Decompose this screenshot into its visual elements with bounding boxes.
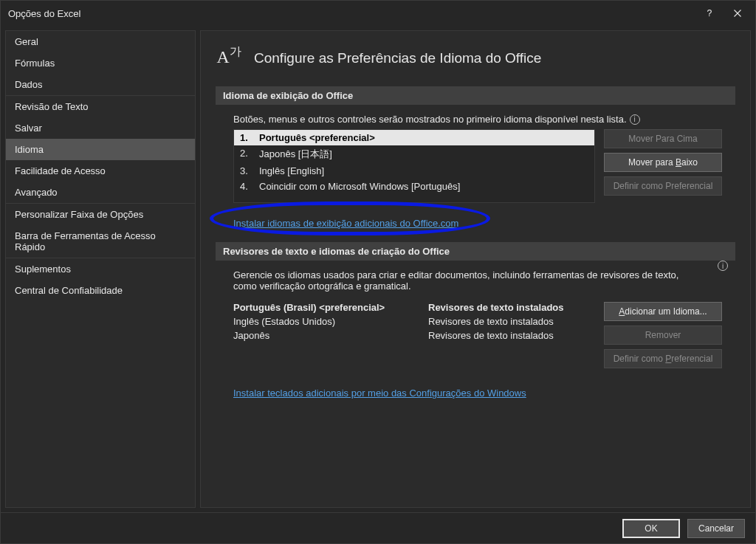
move-up-button[interactable]: Mover Para Cima — [604, 129, 722, 148]
ok-button[interactable]: OK — [622, 519, 680, 538]
info-icon[interactable]: i — [718, 261, 728, 271]
proof-row[interactable]: Inglês (Estados Unidos) Revisores de tex… — [233, 314, 595, 328]
section-display-desc: Botões, menus e outros controles serão m… — [233, 114, 627, 125]
options-dialog: Opções do Excel ? Geral Fórmulas Dados R… — [0, 0, 756, 544]
sidebar-item-avancado[interactable]: Avançado — [6, 182, 195, 203]
section-display-title: Idioma de exibição do Office — [216, 86, 735, 105]
sidebar-item-idioma[interactable]: Idioma — [6, 139, 195, 160]
svg-text:A: A — [217, 47, 230, 66]
proof-row[interactable]: Japonês Revisores de texto instalados — [233, 328, 595, 342]
section-proof-title: Revisores de texto e idiomas de criação … — [216, 242, 735, 261]
display-language-list[interactable]: 1. Português <preferencial> 2. Japonês [… — [233, 129, 595, 203]
install-display-link[interactable]: Instalar idiomas de exibição adicionais … — [233, 218, 458, 229]
info-icon[interactable]: i — [630, 114, 640, 125]
close-icon[interactable] — [730, 6, 745, 21]
sidebar-item-geral[interactable]: Geral — [6, 31, 195, 52]
language-icon: A 가 — [216, 43, 244, 73]
sidebar-item-formulas[interactable]: Fórmulas — [6, 52, 195, 74]
dialog-footer: OK Cancelar — [1, 512, 755, 543]
lang-row[interactable]: 3. Inglês [English] — [234, 163, 594, 179]
titlebar-controls: ? — [702, 6, 749, 21]
sidebar-item-salvar[interactable]: Salvar — [6, 117, 195, 139]
lang-row[interactable]: 1. Português <preferencial> — [234, 130, 594, 145]
cancel-button[interactable]: Cancelar — [687, 519, 745, 538]
window-title: Opções do Excel — [7, 8, 702, 19]
help-icon[interactable]: ? — [702, 6, 717, 21]
sidebar-item-facilidade[interactable]: Facilidade de Acesso — [6, 160, 195, 182]
page-title: Configure as Preferências de Idioma do O… — [254, 50, 541, 66]
set-pref-button[interactable]: Definir como Preferencial — [604, 349, 722, 368]
lang-row[interactable]: 2. Japonês [日本語] — [234, 145, 594, 163]
section-proof-desc: Gerencie os idiomas usados para criar e … — [233, 269, 722, 292]
sidebar-item-barra[interactable]: Barra de Ferramentas de Acesso Rápido — [6, 225, 195, 258]
remove-button[interactable]: Remover — [604, 326, 722, 345]
add-language-button[interactable]: Adicionar um Idioma... — [604, 302, 722, 321]
sidebar: Geral Fórmulas Dados Revisão de Texto Sa… — [5, 30, 196, 508]
page-header: A 가 Configure as Preferências de Idioma … — [216, 43, 735, 73]
sidebar-item-confiabilidade[interactable]: Central de Confiabilidade — [6, 280, 195, 301]
svg-text:?: ? — [707, 8, 712, 18]
titlebar: Opções do Excel ? — [1, 1, 755, 26]
sidebar-item-dados[interactable]: Dados — [6, 74, 195, 95]
svg-text:가: 가 — [230, 45, 241, 58]
install-keyboard-link[interactable]: Instalar teclados adicionais por meio da… — [233, 388, 526, 399]
sidebar-item-suplementos[interactable]: Suplementos — [6, 258, 195, 280]
set-pref-button[interactable]: Definir como Preferencial — [604, 176, 722, 196]
lang-row[interactable]: 4. Coincidir com o Microsoft Windows [Po… — [234, 179, 594, 194]
main-panel: A 가 Configure as Preferências de Idioma … — [200, 30, 751, 508]
move-down-button[interactable]: Mover para Baixo — [604, 153, 722, 172]
proof-row[interactable]: Português (Brasil) <preferencial> Reviso… — [233, 300, 595, 314]
sidebar-item-personalizar[interactable]: Personalizar Faixa de Opções — [6, 204, 195, 225]
sidebar-item-revisao[interactable]: Revisão de Texto — [6, 96, 195, 117]
